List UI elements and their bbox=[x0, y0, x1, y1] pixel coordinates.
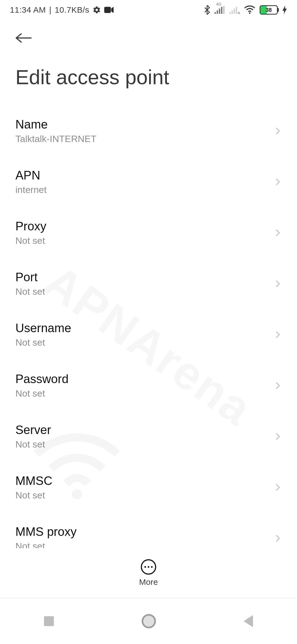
svg-rect-6 bbox=[229, 12, 231, 14]
row-password[interactable]: Password Not set bbox=[0, 360, 297, 411]
svg-rect-3 bbox=[219, 9, 220, 14]
row-title: Port bbox=[15, 270, 45, 284]
battery-percent: 38 bbox=[260, 7, 277, 13]
status-net-speed: 10.7KB/s bbox=[55, 5, 89, 15]
chevron-right-icon bbox=[274, 127, 282, 135]
row-value: Not set bbox=[15, 286, 45, 297]
back-button[interactable] bbox=[15, 30, 32, 46]
row-title: MMS proxy bbox=[15, 525, 76, 539]
row-value: Talktalk-INTERNET bbox=[15, 133, 97, 144]
svg-rect-5 bbox=[223, 6, 225, 14]
row-title: Password bbox=[15, 372, 68, 386]
nav-recent-button[interactable] bbox=[44, 616, 54, 626]
settings-list: APNArena Name Talktalk-INTERNET APN inte… bbox=[0, 105, 297, 585]
system-nav-bar bbox=[0, 598, 297, 644]
svg-rect-0 bbox=[104, 7, 111, 13]
row-title: APN bbox=[15, 168, 46, 182]
row-title: Server bbox=[15, 423, 51, 437]
chevron-right-icon bbox=[274, 178, 282, 186]
chevron-right-icon bbox=[274, 280, 282, 288]
row-title: MMSC bbox=[15, 474, 52, 488]
dot-icon bbox=[144, 566, 146, 568]
row-value: internet bbox=[15, 184, 46, 195]
camera-icon bbox=[104, 7, 114, 13]
svg-point-10 bbox=[249, 12, 250, 14]
dot-icon bbox=[151, 566, 153, 568]
more-button[interactable] bbox=[141, 559, 156, 575]
row-value: Not set bbox=[15, 235, 46, 246]
row-title: Username bbox=[15, 321, 71, 335]
signal-2-icon bbox=[229, 6, 240, 14]
row-username[interactable]: Username Not set bbox=[0, 309, 297, 360]
bluetooth-icon bbox=[204, 5, 210, 15]
gear-icon bbox=[93, 6, 101, 14]
status-bar: 11:34 AM | 10.7KB/s 4G 38 bbox=[0, 0, 297, 20]
row-apn[interactable]: APN internet bbox=[0, 156, 297, 207]
more-bar: More bbox=[0, 548, 297, 598]
row-value: Not set bbox=[15, 439, 51, 450]
svg-rect-9 bbox=[236, 7, 237, 14]
chevron-right-icon bbox=[274, 484, 282, 491]
svg-rect-2 bbox=[217, 10, 218, 14]
nav-home-button[interactable] bbox=[142, 614, 156, 628]
row-mmsc[interactable]: MMSC Not set bbox=[0, 462, 297, 513]
more-label: More bbox=[139, 577, 158, 587]
chevron-right-icon bbox=[274, 433, 282, 440]
status-divider: | bbox=[49, 5, 51, 15]
charging-icon bbox=[282, 6, 287, 14]
svg-rect-4 bbox=[221, 7, 222, 14]
row-value: Not set bbox=[15, 388, 68, 399]
row-port[interactable]: Port Not set bbox=[0, 258, 297, 309]
wifi-icon bbox=[244, 6, 255, 14]
svg-rect-7 bbox=[232, 10, 233, 14]
battery-icon: 38 bbox=[260, 5, 278, 15]
signal-1-icon: 4G bbox=[215, 6, 225, 14]
nav-back-button[interactable] bbox=[244, 615, 253, 627]
svg-rect-1 bbox=[215, 12, 216, 14]
row-name[interactable]: Name Talktalk-INTERNET bbox=[0, 105, 297, 156]
status-time: 11:34 AM bbox=[10, 5, 46, 15]
arrow-left-icon bbox=[15, 31, 32, 45]
row-value: Not set bbox=[15, 490, 52, 501]
dot-icon bbox=[148, 566, 149, 568]
svg-rect-8 bbox=[234, 9, 235, 14]
row-proxy[interactable]: Proxy Not set bbox=[0, 207, 297, 258]
row-value: Not set bbox=[15, 337, 71, 348]
row-server[interactable]: Server Not set bbox=[0, 411, 297, 462]
chevron-right-icon bbox=[274, 382, 282, 389]
row-title: Name bbox=[15, 118, 97, 131]
row-title: Proxy bbox=[15, 219, 46, 233]
chevron-right-icon bbox=[274, 229, 282, 237]
chevron-right-icon bbox=[274, 331, 282, 339]
chevron-right-icon bbox=[274, 534, 282, 542]
signal-4g-label: 4G bbox=[216, 2, 221, 6]
page-title: Edit access point bbox=[0, 46, 297, 105]
app-bar bbox=[0, 20, 297, 46]
